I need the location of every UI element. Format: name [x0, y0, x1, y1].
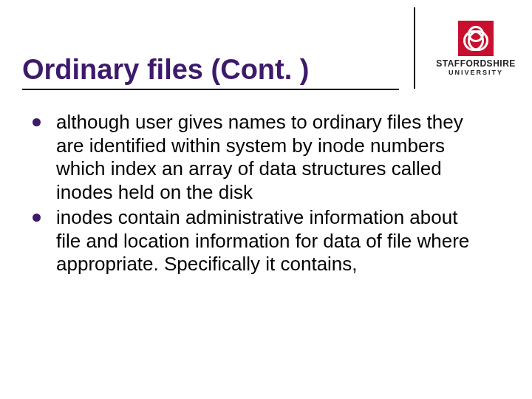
slide: STAFFORDSHIRE UNIVERSITY Ordinary files …: [0, 0, 532, 399]
stafford-knot-icon: [458, 21, 494, 56]
logo-text: STAFFORDSHIRE UNIVERSITY: [432, 59, 520, 77]
logo-line1: STAFFORDSHIRE: [436, 58, 516, 69]
slide-title: Ordinary files (Cont. ): [22, 55, 399, 86]
bullet-text: inodes contain administrative informatio…: [56, 206, 469, 275]
title-container: Ordinary files (Cont. ): [22, 55, 399, 90]
content-area: although user gives names to ordinary fi…: [30, 111, 473, 278]
logo-line2: UNIVERSITY: [432, 69, 520, 77]
list-item: inodes contain administrative informatio…: [30, 206, 473, 276]
university-logo: STAFFORDSHIRE UNIVERSITY: [432, 21, 520, 77]
bullet-list: although user gives names to ordinary fi…: [30, 111, 473, 276]
vertical-rule: [414, 7, 415, 89]
list-item: although user gives names to ordinary fi…: [30, 111, 473, 205]
bullet-text: although user gives names to ordinary fi…: [56, 111, 463, 203]
